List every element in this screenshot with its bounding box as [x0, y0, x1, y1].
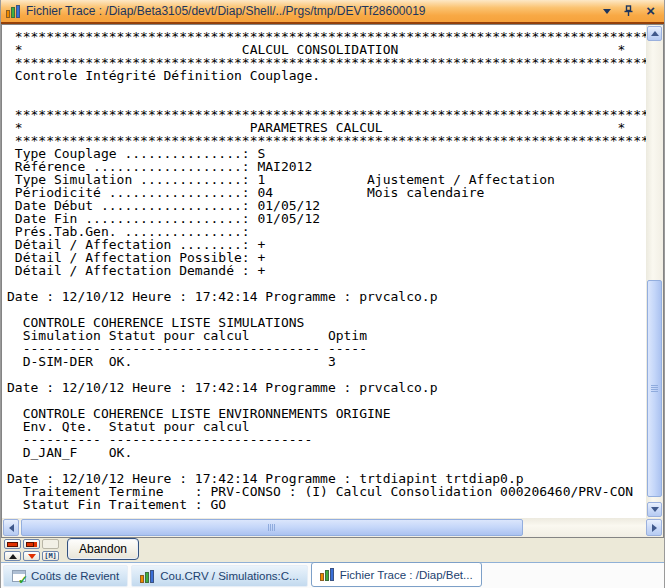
thumb-grip: [651, 385, 658, 393]
report-check-icon: ✓: [12, 570, 26, 582]
m-marker-icon: [M]: [44, 553, 57, 560]
nav-top-button[interactable]: [4, 539, 21, 549]
bottom-tab-bar: ✓ Coûts de Revient Cou.CRV / Simulations…: [1, 562, 664, 588]
control-panel: [M] Abandon: [1, 538, 664, 562]
scroll-left-button[interactable]: [3, 519, 19, 536]
trace-viewport: ****************************************…: [2, 25, 646, 518]
abandon-button[interactable]: Abandon: [67, 538, 139, 560]
scroll-up-button[interactable]: [647, 26, 662, 41]
vertical-scrollbar[interactable]: [646, 25, 663, 518]
nav-up-button[interactable]: [4, 551, 21, 561]
tab-couts-de-revient[interactable]: ✓ Coûts de Revient: [3, 565, 128, 587]
horizontal-scroll-thumb[interactable]: [21, 519, 523, 536]
tab-label: Fichier Trace : /Diap/Bet...: [340, 569, 473, 581]
red-bar-icon: [7, 542, 18, 547]
bar-chart-icon: [140, 570, 155, 583]
tab-cou-crv-simulations[interactable]: Cou.CRV / Simulations:C...: [131, 565, 307, 587]
trace-text: ****************************************…: [2, 25, 646, 511]
down-arrow-icon: [651, 507, 659, 512]
down-triangle-icon: [28, 554, 36, 559]
vertical-scroll-thumb[interactable]: [647, 280, 662, 497]
window-menu-arrow-icon[interactable]: [603, 9, 611, 14]
close-icon[interactable]: ×: [646, 5, 655, 17]
left-arrow-icon: [9, 524, 14, 532]
pin-icon[interactable]: [623, 5, 634, 17]
title-bar[interactable]: Fichier Trace : /Diap/Beta3105/devt/Diap…: [1, 0, 664, 24]
horizontal-scrollbar[interactable]: [2, 518, 663, 537]
nav-marker-button[interactable]: [M]: [42, 551, 59, 561]
tab-label: Coûts de Revient: [31, 570, 119, 582]
app-bar-chart-icon: [6, 5, 21, 18]
nav-down-button[interactable]: [23, 551, 40, 561]
nav-section-button[interactable]: [23, 539, 40, 549]
scroll-right-button[interactable]: [646, 519, 662, 536]
bar-chart-icon: [320, 568, 335, 581]
up-triangle-icon: [9, 554, 17, 559]
nav-button-grid: [M]: [4, 539, 59, 561]
red-bar-notch-icon: [26, 542, 34, 547]
thumb-grip: [268, 524, 276, 531]
window-title: Fichier Trace : /Diap/Beta3105/devt/Diap…: [26, 4, 603, 18]
trace-viewer-window: Fichier Trace : /Diap/Beta3105/devt/Diap…: [0, 0, 665, 588]
nav-blank-button[interactable]: [42, 539, 59, 549]
tab-label: Cou.CRV / Simulations:C...: [160, 570, 298, 582]
trace-content-frame: ****************************************…: [1, 24, 664, 538]
tab-fichier-trace[interactable]: Fichier Trace : /Diap/Bet...: [311, 562, 482, 587]
up-arrow-icon: [651, 31, 659, 36]
right-arrow-icon: [652, 524, 657, 532]
scroll-down-button[interactable]: [647, 502, 662, 517]
